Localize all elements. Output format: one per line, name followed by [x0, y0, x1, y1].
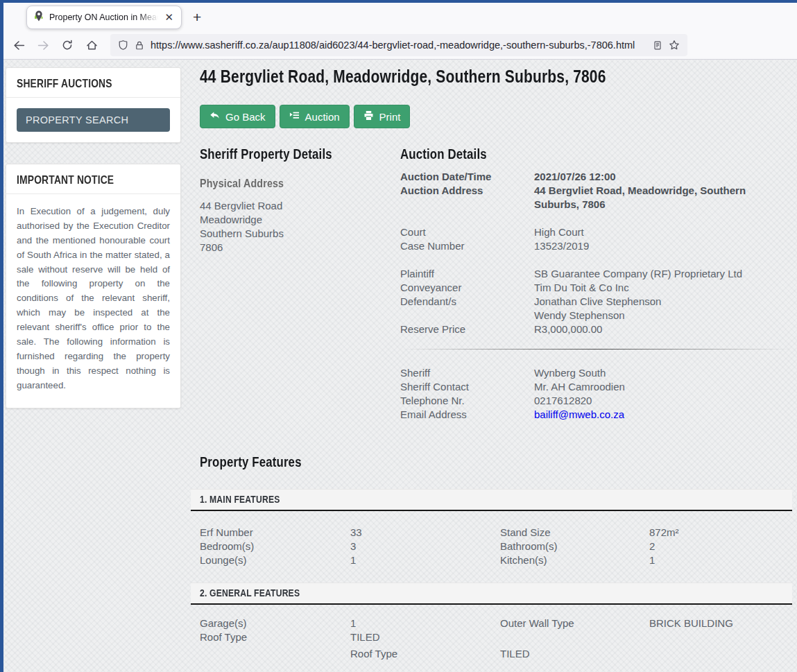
email-link[interactable]: bailiff@mweb.co.za: [534, 408, 792, 422]
feature-row: Roof Type TILED: [200, 630, 792, 644]
physical-address: 44 Bergvliet Road Meadowridge Southern S…: [200, 199, 400, 255]
important-notice-text: In Execution of a judgement, duly author…: [6, 194, 180, 408]
tab-title: Property ON Auction in Meado: [49, 12, 158, 22]
page-viewport: SHERIFF AUCTIONS PROPERTY SEARCH IMPORTA…: [3, 60, 797, 672]
feature-row: Bedroom(s) 3 Bathroom(s) 2: [200, 540, 792, 553]
shield-icon[interactable]: [118, 40, 128, 51]
address-line: Meadowridge: [200, 213, 400, 227]
main-features-bar: 1. MAIN FEATURES: [191, 489, 792, 511]
reload-icon[interactable]: [56, 35, 78, 55]
reader-mode-icon[interactable]: [653, 40, 662, 51]
important-notice-title: IMPORTANT NOTICE: [17, 173, 114, 187]
browser-window: Property ON Auction in Meado ✕ + https:/…: [0, 0, 797, 672]
tab-strip: Property ON Auction in Meado ✕ +: [3, 3, 797, 31]
property-search-button[interactable]: PROPERTY SEARCH: [17, 108, 170, 132]
feature-row: Lounge(s) 1 Kitchen(s) 1: [200, 553, 792, 567]
important-notice-card: IMPORTANT NOTICE In Execution of a judge…: [6, 164, 181, 408]
auction-address-row: Auction Address 44 Bergvliet Road, Meado…: [400, 184, 792, 212]
auction-date-row: Auction Date/Time 2021/07/26 12:00: [400, 170, 792, 184]
feature-row: Garage(s) 1 Outer Wall Type BRICK BUILDI…: [200, 617, 792, 630]
sheriff-contact-row: Sheriff Contact Mr. AH Camroodien: [400, 380, 792, 394]
page-title: 44 Bergvliet Road, Meadowridge, Southern…: [200, 66, 792, 87]
sheriff-auctions-header: SHERIFF AUCTIONS: [6, 68, 180, 98]
feature-row: Roof Type TILED: [200, 647, 792, 661]
sheriff-auctions-card: SHERIFF AUCTIONS PROPERTY SEARCH: [6, 67, 181, 143]
plaintiff-row: Plaintiff SB Guarantee Company (RF) Prop…: [400, 267, 792, 281]
section-divider: [400, 349, 792, 350]
browser-toolbar: https://www.sasheriff.co.za/aup11808/aid…: [3, 31, 797, 60]
auction-details: Auction Details Auction Date/Time 2021/0…: [400, 146, 792, 422]
printer-icon: [363, 110, 374, 123]
sheriff-auctions-title: SHERIFF AUCTIONS: [17, 77, 112, 90]
reply-arrow-icon: [209, 110, 220, 123]
action-buttons: Go Back Auction Print: [200, 105, 792, 128]
site-favicon-icon: [33, 10, 44, 24]
telephone-row: Telephone Nr. 0217612820: [400, 394, 792, 408]
important-notice-header: IMPORTANT NOTICE: [6, 164, 180, 194]
email-row: Email Address bailiff@mweb.co.za: [400, 408, 792, 422]
court-row: Court High Court: [400, 225, 792, 239]
defendant-row-2: Wendy Stephenson: [400, 309, 792, 322]
back-icon[interactable]: [8, 35, 30, 55]
new-tab-button[interactable]: +: [193, 9, 201, 26]
go-back-button[interactable]: Go Back: [200, 105, 275, 128]
address-line: Southern Suburbs: [200, 227, 400, 241]
address-line: 44 Bergvliet Road: [200, 199, 400, 213]
main-content: 44 Bergvliet Road, Meadowridge, Southern…: [200, 60, 792, 661]
defendant-row: Defendant/s Jonathan Clive Stephenson: [400, 295, 792, 309]
lock-icon[interactable]: [135, 40, 144, 51]
browser-tab[interactable]: Property ON Auction in Meado ✕: [26, 6, 182, 29]
print-button[interactable]: Print: [354, 105, 411, 128]
home-icon[interactable]: [80, 35, 103, 55]
conveyancer-row: Conveyancer Tim Du Toit & Co Inc: [400, 281, 792, 295]
sheriff-row: Sheriff Wynberg South: [400, 366, 792, 380]
tab-close-icon[interactable]: ✕: [163, 10, 175, 24]
case-number-row: Case Number 13523/2019: [400, 239, 792, 253]
auction-button[interactable]: Auction: [280, 105, 350, 128]
property-details-heading: Sheriff Property Details: [200, 146, 400, 162]
sidebar: SHERIFF AUCTIONS PROPERTY SEARCH IMPORTA…: [6, 67, 181, 429]
auction-details-heading: Auction Details: [400, 146, 792, 162]
property-features-heading: Property Features: [200, 454, 792, 470]
bookmark-star-icon[interactable]: [669, 40, 680, 51]
url-bar[interactable]: https://www.sasheriff.co.za/aup11808/aid…: [110, 34, 687, 56]
physical-address-heading: Physical Address: [200, 176, 400, 191]
details-columns: Sheriff Property Details Physical Addres…: [200, 146, 792, 422]
sheriff-property-details: Sheriff Property Details Physical Addres…: [200, 146, 400, 422]
address-line: 7806: [200, 241, 400, 255]
feature-row: Erf Number 33 Stand Size 872m²: [200, 526, 792, 540]
forward-icon[interactable]: [32, 35, 54, 55]
general-features-bar: 2. GENERAL FEATURES: [191, 583, 792, 605]
list-icon: [289, 110, 300, 123]
reserve-price-row: Reserve Price R3,000,000.00: [400, 322, 792, 336]
url-text: https://www.sasheriff.co.za/aup11808/aid…: [151, 40, 646, 51]
